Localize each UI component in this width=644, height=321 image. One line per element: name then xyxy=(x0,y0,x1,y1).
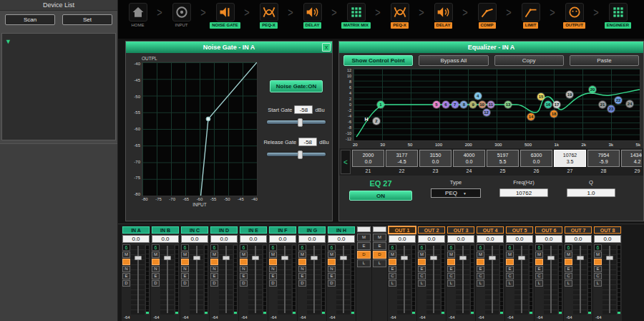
channel-link-button[interactable] xyxy=(389,259,396,265)
eq-on-button[interactable]: ON xyxy=(349,191,412,201)
eq-control-point-20[interactable]: 20 xyxy=(589,86,596,93)
channel-m-button[interactable]: M xyxy=(122,251,130,258)
channel-gain-value[interactable]: 0.0 xyxy=(535,235,562,243)
toolbar-item-peq-x[interactable]: PEQ-X xyxy=(250,3,287,29)
eq-band-25-values[interactable]: 51975.5 xyxy=(487,150,519,167)
channel-link-button[interactable] xyxy=(594,259,602,265)
eq-band-22-values[interactable]: 3177-4.5 xyxy=(386,150,418,167)
eq-control-point-19[interactable]: 19 xyxy=(566,91,573,98)
fader-handle[interactable] xyxy=(489,256,496,260)
channel-label-in-c[interactable]: IN C xyxy=(181,226,208,234)
eq-control-point-9[interactable]: 9 xyxy=(469,101,477,108)
channel-c-button[interactable]: C xyxy=(389,273,396,279)
channel-link-button[interactable] xyxy=(477,259,484,265)
channel-fader[interactable] xyxy=(602,244,616,315)
channel-link-button[interactable] xyxy=(210,259,218,265)
channel-e-button[interactable]: E xyxy=(269,273,277,279)
eq-band-24-values[interactable]: 40000.0 xyxy=(453,150,485,167)
fader-handle[interactable] xyxy=(606,256,613,260)
eq-button-show-control-point[interactable]: Show Control Point xyxy=(343,55,413,66)
link-d-button[interactable]: D xyxy=(373,251,386,259)
eq-q-input[interactable]: 1.0 xyxy=(567,188,615,197)
channel-e-button[interactable]: E xyxy=(594,266,602,272)
fader-handle[interactable] xyxy=(518,256,525,260)
channel-m-button[interactable]: M xyxy=(594,251,602,258)
channel-c-button[interactable]: C xyxy=(594,273,602,279)
channel-label-out-7[interactable]: OUT 7 xyxy=(565,226,592,234)
release-gate-slider-thumb[interactable] xyxy=(298,150,303,159)
eq-control-point-4[interactable]: 4 xyxy=(474,92,482,100)
release-gate-slider[interactable] xyxy=(266,152,326,157)
eq-button-bypass-all[interactable]: Bypass All xyxy=(419,55,488,66)
channel-c-button[interactable]: C xyxy=(477,273,484,279)
channel-fader[interactable] xyxy=(219,244,233,315)
channel-d-button[interactable]: D xyxy=(328,280,336,287)
eq-band-29-values[interactable]: 143404.2 xyxy=(621,150,642,167)
toolbar-item-delay[interactable]: DELAY xyxy=(425,3,462,29)
channel-fader[interactable] xyxy=(307,244,321,315)
channel-e-button[interactable]: E xyxy=(328,273,336,279)
channel-gain-value[interactable]: 0.0 xyxy=(594,235,621,243)
eq-control-point-1[interactable]: 1 xyxy=(377,101,384,108)
channel-l-button[interactable]: L xyxy=(389,280,396,287)
link-m-button[interactable]: M xyxy=(357,234,371,241)
link-e-button[interactable]: E xyxy=(373,242,386,250)
channel-label-out-3[interactable]: OUT 3 xyxy=(447,226,474,234)
channel-d-button[interactable]: D xyxy=(152,280,160,287)
channel-label-in-a[interactable]: IN A xyxy=(122,226,150,234)
scan-button[interactable]: Scan xyxy=(5,14,55,25)
channel-fader[interactable] xyxy=(544,244,557,315)
channel-e-button[interactable]: E xyxy=(477,266,484,272)
channel-gain-value[interactable]: 0.0 xyxy=(152,235,179,243)
fader-handle[interactable] xyxy=(193,256,200,260)
release-gate-input[interactable]: -58 xyxy=(298,138,317,146)
channel-link-button[interactable] xyxy=(269,259,277,265)
eq-band-27-values[interactable]: 107623.5 xyxy=(554,150,586,167)
channel-n-button[interactable]: N xyxy=(328,266,336,272)
eq-band-21-values[interactable]: 20000.0 xyxy=(352,150,384,167)
channel-m-button[interactable]: M xyxy=(418,251,426,258)
channel-label-in-g[interactable]: IN G xyxy=(298,226,326,234)
eq-control-point-10[interactable]: 10 xyxy=(479,101,486,108)
channel-label-in-h[interactable]: IN H xyxy=(328,226,355,234)
eq-control-point-21[interactable]: 21 xyxy=(599,101,606,108)
channel-n-button[interactable]: N xyxy=(240,266,248,272)
fader-handle[interactable] xyxy=(223,256,230,260)
fader-handle[interactable] xyxy=(340,256,347,260)
channel-n-button[interactable]: N xyxy=(181,266,189,272)
channel-label-out-5[interactable]: OUT 5 xyxy=(506,226,533,234)
eq-control-point-2[interactable]: 2 xyxy=(373,118,380,125)
channel-gain-value[interactable]: 0.0 xyxy=(269,235,296,243)
toolbar-item-home[interactable]: HOME xyxy=(119,3,156,29)
channel-m-button[interactable]: M xyxy=(565,251,572,258)
channel-link-button[interactable] xyxy=(181,259,189,265)
eq-control-point-8[interactable]: 8 xyxy=(460,101,467,108)
channel-gain-value[interactable]: 0.0 xyxy=(181,235,208,243)
channel-n-button[interactable]: N xyxy=(122,266,130,272)
channel-link-button[interactable] xyxy=(152,259,160,265)
channel-n-button[interactable]: N xyxy=(298,266,306,272)
channel-e-button[interactable]: E xyxy=(506,266,514,272)
channel-gain-value[interactable]: 0.0 xyxy=(122,235,150,243)
channel-m-button[interactable]: M xyxy=(269,251,277,258)
channel-link-button[interactable] xyxy=(122,259,130,265)
fader-handle[interactable] xyxy=(459,256,467,260)
link-value-box[interactable] xyxy=(373,226,386,232)
eq-control-point-14[interactable]: 14 xyxy=(527,113,535,120)
channel-gain-value[interactable]: 0.0 xyxy=(418,235,445,243)
channel-link-button[interactable] xyxy=(298,259,306,265)
channel-e-button[interactable]: E xyxy=(447,266,455,272)
channel-d-button[interactable]: D xyxy=(210,280,218,287)
channel-label-out-1[interactable]: OUT 1 xyxy=(389,226,416,234)
channel-l-button[interactable]: L xyxy=(418,280,426,287)
channel-fader[interactable] xyxy=(248,244,262,315)
start-gate-slider[interactable] xyxy=(266,120,326,125)
toolbar-item-engineer[interactable]: ENGINEER xyxy=(600,3,636,29)
link-l-button[interactable]: L xyxy=(357,259,371,267)
noise-gate-graph[interactable] xyxy=(142,62,258,196)
channel-c-button[interactable]: C xyxy=(535,273,543,279)
channel-d-button[interactable]: D xyxy=(122,280,130,287)
toolbar-item-input[interactable]: INPUT xyxy=(163,3,200,29)
channel-fader[interactable] xyxy=(336,244,350,315)
fader-handle[interactable] xyxy=(401,256,408,260)
